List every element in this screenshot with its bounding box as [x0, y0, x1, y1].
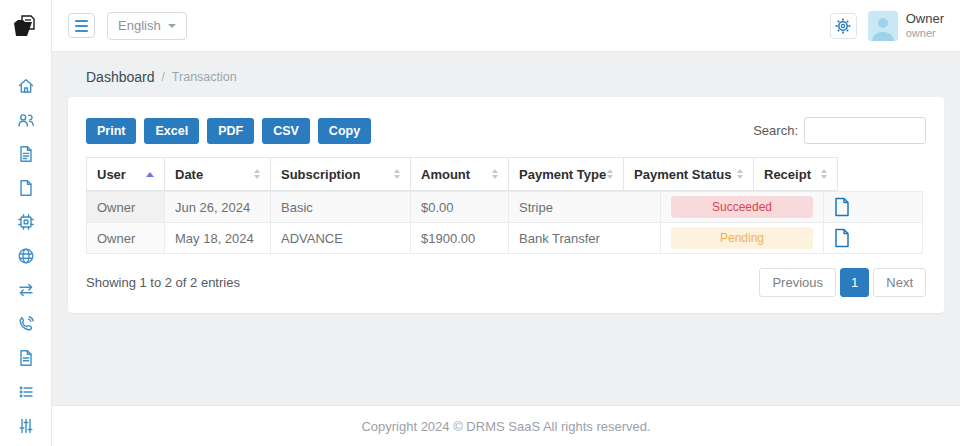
sidebar-item-lists[interactable]	[16, 382, 36, 402]
cell-payment-status: Succeeded	[661, 192, 824, 223]
home-icon	[16, 76, 36, 96]
column-header-amount[interactable]: Amount	[411, 158, 509, 191]
breadcrumb: Dashboard / Transaction	[52, 52, 960, 85]
sidebar-item-settings[interactable]	[16, 416, 36, 436]
cell-amount: $1900.00	[411, 223, 509, 254]
sort-icon	[607, 169, 613, 179]
cell-amount: $0.00	[411, 192, 509, 223]
copy-button[interactable]: Copy	[318, 118, 371, 144]
cell-subscription: Basic	[271, 192, 411, 223]
status-badge: Pending	[671, 227, 813, 249]
pdf-button[interactable]: PDF	[207, 118, 254, 144]
column-header-payment-status[interactable]: Payment Status	[624, 158, 754, 191]
chevron-down-icon	[168, 24, 176, 28]
sidebar-item-support[interactable]	[16, 314, 36, 334]
open-folder-logo-icon	[12, 14, 39, 39]
column-header-payment-type[interactable]: Payment Type	[509, 158, 624, 191]
status-badge: Succeeded	[671, 196, 813, 218]
sliders-icon	[16, 416, 36, 436]
cell-receipt	[824, 223, 923, 254]
receipt-file-icon[interactable]	[834, 197, 850, 217]
topbar-right: Owner owner	[830, 11, 944, 41]
receipt-file-icon[interactable]	[834, 228, 850, 248]
language-dropdown[interactable]: English	[107, 12, 187, 40]
pagination: Previous 1 Next	[759, 268, 926, 297]
cell-payment-type: Bank Transfer	[509, 223, 661, 254]
sidebar-nav	[0, 52, 51, 446]
breadcrumb-separator: /	[162, 70, 165, 84]
globe-icon	[16, 246, 36, 266]
settings-button[interactable]	[830, 13, 857, 39]
sort-icon	[254, 169, 260, 179]
users-icon	[16, 110, 36, 130]
column-header-user[interactable]: User	[87, 158, 165, 191]
cell-payment-type: Stripe	[509, 192, 661, 223]
language-label: English	[118, 18, 161, 33]
transaction-table-header: User Date Subscription Amount Payment Ty…	[86, 157, 838, 191]
cell-receipt	[824, 192, 923, 223]
sort-icon	[737, 169, 743, 179]
sort-icon	[492, 169, 498, 179]
column-header-date[interactable]: Date	[165, 158, 271, 191]
breadcrumb-dashboard[interactable]: Dashboard	[86, 69, 155, 85]
search-input[interactable]	[804, 117, 926, 144]
search-label: Search:	[753, 123, 798, 138]
sidebar-toggle-button[interactable]	[68, 13, 95, 38]
sidebar-item-documents[interactable]	[16, 144, 36, 164]
cell-date: May 18, 2024	[165, 223, 271, 254]
sort-asc-icon	[146, 172, 154, 177]
file-text-icon	[16, 144, 36, 164]
print-button[interactable]: Print	[86, 118, 136, 144]
copyright-text: Copyright 2024 © DRMS SaaS All rights re…	[361, 419, 650, 434]
transaction-table: Owner Jun 26, 2024 Basic $0.00 Stripe Su…	[86, 191, 923, 254]
cell-user: Owner	[87, 192, 165, 223]
table-row: Owner May 18, 2024 ADVANCE $1900.00 Bank…	[87, 223, 923, 254]
previous-page-button[interactable]: Previous	[759, 268, 836, 297]
search-wrap: Search:	[753, 117, 926, 144]
cell-user: Owner	[87, 223, 165, 254]
person-icon	[868, 13, 898, 41]
csv-button[interactable]: CSV	[262, 118, 310, 144]
phone-icon	[16, 314, 36, 334]
sidebar-item-files[interactable]	[16, 178, 36, 198]
main-content: Dashboard / Transaction Print Excel PDF …	[52, 52, 960, 405]
table-footer-row: Showing 1 to 2 of 2 entries Previous 1 N…	[86, 268, 926, 297]
hamburger-icon	[75, 20, 88, 22]
sort-icon	[821, 169, 827, 179]
page-1-button[interactable]: 1	[840, 268, 869, 297]
file-report-icon	[16, 348, 36, 368]
transaction-card: Print Excel PDF CSV Copy Search: User Da…	[68, 97, 944, 313]
column-header-subscription[interactable]: Subscription	[271, 158, 411, 191]
user-meta: Owner owner	[906, 12, 944, 40]
sidebar-item-web[interactable]	[16, 246, 36, 266]
user-name: Owner	[906, 12, 944, 27]
file-icon	[16, 178, 36, 198]
column-header-receipt[interactable]: Receipt	[754, 158, 838, 191]
cpu-icon	[16, 212, 36, 232]
sidebar	[0, 0, 52, 446]
next-page-button[interactable]: Next	[873, 268, 926, 297]
footer: Copyright 2024 © DRMS SaaS All rights re…	[52, 405, 960, 446]
list-icon	[16, 382, 36, 402]
cell-date: Jun 26, 2024	[165, 192, 271, 223]
cell-payment-status: Pending	[661, 223, 824, 254]
excel-button[interactable]: Excel	[144, 118, 199, 144]
sidebar-item-reports[interactable]	[16, 348, 36, 368]
table-row: Owner Jun 26, 2024 Basic $0.00 Stripe Su…	[87, 192, 923, 223]
breadcrumb-current: Transaction	[172, 70, 237, 84]
transfer-arrows-icon	[16, 280, 36, 300]
sidebar-item-modules[interactable]	[16, 212, 36, 232]
entries-info: Showing 1 to 2 of 2 entries	[86, 275, 240, 290]
sidebar-item-users[interactable]	[16, 110, 36, 130]
sort-icon	[394, 169, 400, 179]
cell-subscription: ADVANCE	[271, 223, 411, 254]
sidebar-item-transactions[interactable]	[16, 280, 36, 300]
sidebar-item-home[interactable]	[16, 76, 36, 96]
user-role: owner	[906, 27, 944, 40]
app-logo[interactable]	[0, 0, 51, 52]
table-toolbar: Print Excel PDF CSV Copy Search:	[86, 117, 926, 144]
topbar: English Owner owner	[52, 0, 960, 52]
user-avatar[interactable]	[868, 11, 898, 41]
gear-icon	[835, 18, 851, 34]
